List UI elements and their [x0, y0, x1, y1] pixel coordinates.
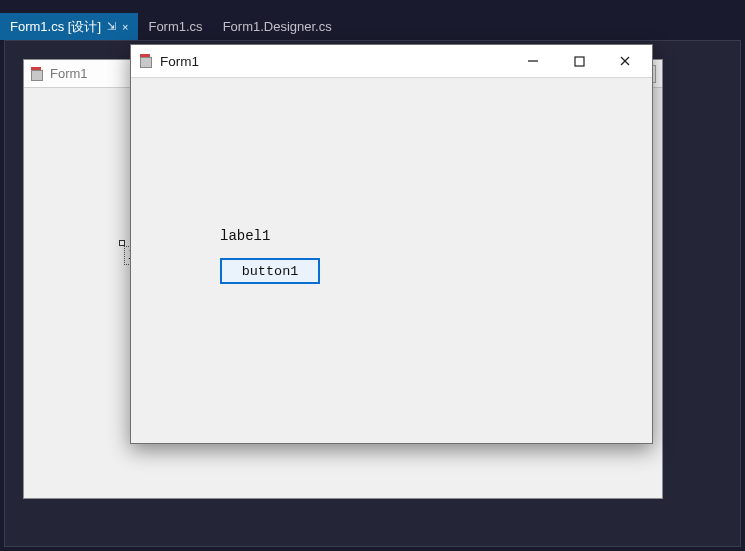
running-window-controls [510, 46, 648, 76]
window-top-border [0, 0, 745, 13]
form-icon [30, 67, 44, 81]
tab-label: Form1.cs [148, 19, 202, 34]
running-form-titlebar[interactable]: Form1 [131, 45, 652, 77]
close-icon[interactable]: × [122, 21, 128, 33]
close-icon [619, 55, 631, 67]
pin-icon[interactable]: ⇲ [107, 20, 116, 33]
maximize-button[interactable] [556, 46, 602, 76]
running-form-title: Form1 [160, 54, 199, 69]
tab-strip-spacer [342, 13, 745, 40]
label1: label1 [220, 228, 270, 244]
document-tab-strip: Form1.cs [设计] ⇲ × Form1.cs Form1.Designe… [0, 13, 745, 40]
tab-form1-cs[interactable]: Form1.cs [138, 13, 212, 40]
button1[interactable]: button1 [220, 258, 320, 284]
tab-label: Form1.Designer.cs [223, 19, 332, 34]
close-button[interactable] [602, 46, 648, 76]
tab-form1-designer-cs[interactable]: Form1.Designer.cs [213, 13, 342, 40]
minimize-icon [527, 55, 539, 67]
maximize-icon [574, 56, 585, 67]
button1-label: button1 [242, 264, 299, 279]
tab-form1-design[interactable]: Form1.cs [设计] ⇲ × [0, 13, 138, 40]
form-icon [139, 54, 153, 68]
minimize-button[interactable] [510, 46, 556, 76]
designer-surface: Form1 — ▭ ✕ lab Form1 [4, 40, 741, 547]
designer-form-title: Form1 [50, 66, 88, 81]
running-form-client: label1 button1 [131, 77, 652, 443]
tab-label: Form1.cs [设计] [10, 18, 101, 36]
svg-rect-1 [575, 57, 584, 66]
running-form-window[interactable]: Form1 label1 button1 [130, 44, 653, 444]
